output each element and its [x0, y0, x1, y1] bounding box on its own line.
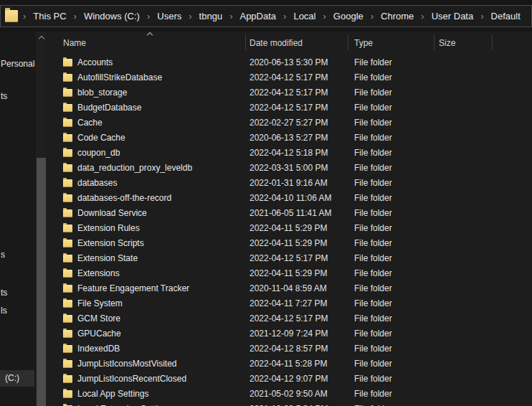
folder-icon — [63, 194, 72, 202]
file-type: File folder — [354, 374, 392, 384]
explorer-content: Personaltsstsls(C:) Name Date modified T… — [0, 32, 532, 406]
folder-icon — [63, 59, 72, 67]
column-separator[interactable] — [245, 34, 246, 50]
sidebar-item[interactable]: ls — [1, 306, 7, 316]
table-row[interactable]: Extension Rules2022-04-11 5:29 PMFile fo… — [47, 221, 532, 236]
table-row[interactable]: Feature Engagement Tracker2020-11-04 8:5… — [47, 281, 532, 296]
breadcrumb-item-appdata[interactable]: AppData — [233, 11, 282, 22]
file-date-modified: 2022-04-12 5:17 PM — [250, 72, 328, 82]
file-date-modified: 2022-02-27 5:27 PM — [250, 118, 328, 128]
file-date-modified: 2022-04-10 11:06 AM — [250, 193, 332, 203]
table-row[interactable]: JumpListIconsRecentClosed2022-04-12 9:07… — [47, 372, 532, 387]
table-row[interactable]: Local Extension Settings2021-12-20 5:34 … — [47, 402, 532, 406]
table-row[interactable]: AutofillStrikeDatabase2022-04-12 5:17 PM… — [47, 70, 532, 85]
table-row[interactable]: Extension Scripts2022-04-11 5:29 PMFile … — [47, 236, 532, 251]
folder-icon — [63, 209, 72, 217]
file-name: Local App Settings — [77, 389, 148, 399]
file-date-modified: 2022-04-12 8:57 PM — [250, 344, 328, 354]
sidebar-item[interactable]: s — [1, 250, 5, 260]
column-separator[interactable] — [348, 34, 348, 50]
file-name: Code Cache — [77, 133, 125, 143]
file-name: Extension Rules — [77, 223, 140, 233]
table-row[interactable]: GCM Store2022-04-12 5:17 PMFile folder — [47, 311, 532, 326]
current-folder-icon — [5, 10, 18, 22]
table-row[interactable]: File System2022-04-11 7:27 PMFile folder — [47, 296, 532, 311]
file-name: Feature Engagement Tracker — [77, 283, 189, 293]
table-row[interactable]: Extension State2022-04-12 5:17 PMFile fo… — [47, 251, 532, 266]
folder-icon — [63, 74, 72, 82]
folder-icon — [63, 390, 72, 398]
file-type: File folder — [354, 178, 392, 188]
address-bar[interactable]: ›This PC›Windows (C:)›Users›tbngu›AppDat… — [0, 5, 532, 27]
file-type: File folder — [354, 223, 392, 233]
folder-icon — [63, 300, 72, 308]
breadcrumb-item-google[interactable]: Google — [327, 11, 370, 22]
sidebar-item[interactable]: (C:) — [0, 370, 34, 387]
file-name: JumpListIconsMostVisited — [77, 359, 177, 369]
table-row[interactable]: databases-off-the-record2022-04-10 11:06… — [47, 191, 532, 206]
file-name: coupon_db — [77, 148, 120, 158]
table-row[interactable]: coupon_db2022-04-12 5:18 PMFile folder — [47, 146, 532, 161]
table-row[interactable]: Extensions2022-04-11 5:29 PMFile folder — [47, 266, 532, 281]
file-date-modified: 2020-06-13 5:27 PM — [250, 133, 328, 143]
sidebar-item[interactable]: ts — [1, 91, 7, 101]
table-row[interactable]: databases2022-01-31 9:16 AMFile folder — [47, 176, 532, 191]
table-row[interactable]: JumpListIconsMostVisited2022-04-11 5:28 … — [47, 357, 532, 372]
column-header-name[interactable]: Name — [63, 38, 86, 48]
breadcrumb-item-tbngu[interactable]: tbngu — [193, 11, 229, 22]
file-name: Extensions — [77, 268, 120, 278]
file-type: File folder — [354, 57, 392, 67]
breadcrumb-item-default[interactable]: Default — [485, 11, 527, 22]
table-row[interactable]: data_reduction_proxy_leveldb2022-03-31 5… — [47, 161, 532, 176]
breadcrumb-item-windows-c-[interactable]: Windows (C:) — [77, 11, 146, 22]
column-separator[interactable] — [492, 34, 493, 50]
file-type: File folder — [354, 163, 392, 173]
file-name: databases — [77, 178, 117, 188]
table-row[interactable]: BudgetDatabase2022-04-12 5:17 PMFile fol… — [47, 100, 532, 115]
table-row[interactable]: Accounts2020-06-13 5:30 PMFile folder — [47, 55, 532, 70]
file-name: databases-off-the-record — [77, 193, 171, 203]
sidebar-item[interactable]: ts — [1, 288, 7, 298]
folder-icon — [63, 345, 72, 353]
address-bar-icon-cell — [1, 10, 22, 22]
sort-ascending-icon — [147, 32, 153, 38]
breadcrumb: ›This PC›Windows (C:)›Users›tbngu›AppDat… — [22, 6, 527, 27]
file-type: File folder — [354, 88, 392, 98]
file-list-pane: Name Date modified Type Size Accounts202… — [47, 32, 532, 406]
column-header-row: Name Date modified Type Size — [47, 32, 532, 55]
folder-icon — [63, 89, 72, 97]
table-row[interactable]: Download Service2021-06-05 11:41 AMFile … — [47, 206, 532, 221]
scrollbar-thumb[interactable] — [37, 158, 46, 406]
file-type: File folder — [354, 238, 392, 248]
nav-scrollbar[interactable] — [36, 32, 47, 406]
file-type: File folder — [354, 193, 392, 203]
breadcrumb-item-local[interactable]: Local — [287, 11, 322, 22]
file-date-modified: 2022-04-11 5:29 PM — [250, 238, 328, 248]
breadcrumb-item-user-data[interactable]: User Data — [425, 11, 480, 22]
file-date-modified: 2021-06-05 11:41 AM — [250, 208, 332, 218]
table-row[interactable]: IndexedDB2022-04-12 8:57 PMFile folder — [47, 341, 532, 357]
column-separator[interactable] — [434, 34, 434, 50]
column-header-type[interactable]: Type — [354, 38, 373, 48]
column-header-date-modified[interactable]: Date modified — [250, 38, 303, 48]
file-type: File folder — [354, 148, 392, 158]
file-type: File folder — [354, 313, 392, 324]
file-type: File folder — [354, 344, 392, 354]
table-row[interactable]: Local App Settings2021-05-02 9:50 AMFile… — [47, 387, 532, 402]
folder-icon — [63, 375, 72, 383]
column-header-size[interactable]: Size — [439, 38, 455, 48]
table-row[interactable]: Code Cache2020-06-13 5:27 PMFile folder — [47, 131, 532, 146]
breadcrumb-item-this-pc[interactable]: This PC — [27, 11, 72, 22]
file-name: GCM Store — [77, 313, 120, 324]
file-type: File folder — [354, 283, 392, 293]
table-row[interactable]: Cache2022-02-27 5:27 PMFile folder — [47, 115, 532, 131]
breadcrumb-item-chrome[interactable]: Chrome — [374, 11, 420, 22]
breadcrumb-item-users[interactable]: Users — [151, 11, 188, 22]
sidebar-item[interactable]: Personal — [1, 59, 34, 69]
table-row[interactable]: GPUCache2021-12-09 7:24 PMFile folder — [47, 326, 532, 341]
file-date-modified: 2022-04-12 5:17 PM — [250, 103, 328, 113]
table-row[interactable]: blob_storage2022-04-12 5:17 PMFile folde… — [47, 85, 532, 100]
file-type: File folder — [354, 208, 392, 218]
file-date-modified: 2022-04-11 7:27 PM — [250, 298, 328, 308]
scrollbar-up-button[interactable] — [36, 32, 47, 44]
